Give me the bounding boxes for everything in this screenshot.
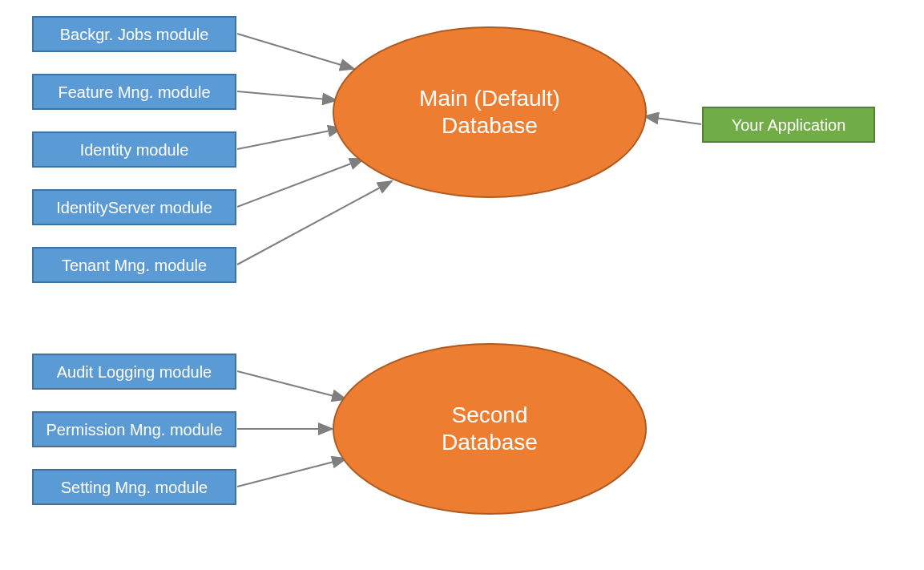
module-label: Audit Logging module <box>57 362 212 382</box>
svg-line-5 <box>237 181 392 265</box>
module-setting-mng: Setting Mng. module <box>32 469 236 505</box>
app-label: Your Application <box>732 115 846 135</box>
db-main-ellipse: Main (Default) Database <box>333 26 647 198</box>
module-tenant-mng: Tenant Mng. module <box>32 247 236 283</box>
svg-line-7 <box>237 371 346 399</box>
module-label: Setting Mng. module <box>61 478 208 497</box>
svg-line-1 <box>237 34 354 69</box>
module-label: Feature Mng. module <box>58 83 210 102</box>
db-main-label: Main (Default) Database <box>419 85 560 139</box>
svg-line-3 <box>237 128 342 149</box>
module-label: IdentityServer module <box>56 198 212 217</box>
module-label: Backgr. Jobs module <box>60 25 209 44</box>
module-permission-mng: Permission Mng. module <box>32 411 236 447</box>
svg-line-9 <box>237 459 346 487</box>
svg-line-6 <box>644 116 701 124</box>
module-backgr-jobs: Backgr. Jobs module <box>32 16 236 52</box>
your-application-box: Your Application <box>702 107 875 143</box>
module-identity: Identity module <box>32 131 236 168</box>
module-label: Identity module <box>80 140 189 160</box>
module-identity-server: IdentityServer module <box>32 189 236 225</box>
module-feature-mng: Feature Mng. module <box>32 74 236 110</box>
svg-line-4 <box>237 159 364 207</box>
db-second-label: Second Database <box>442 402 538 455</box>
db-second-ellipse: Second Database <box>333 343 647 515</box>
module-label: Permission Mng. module <box>46 420 222 439</box>
module-audit-logging: Audit Logging module <box>32 354 236 390</box>
module-label: Tenant Mng. module <box>62 256 207 275</box>
svg-line-2 <box>237 91 337 100</box>
